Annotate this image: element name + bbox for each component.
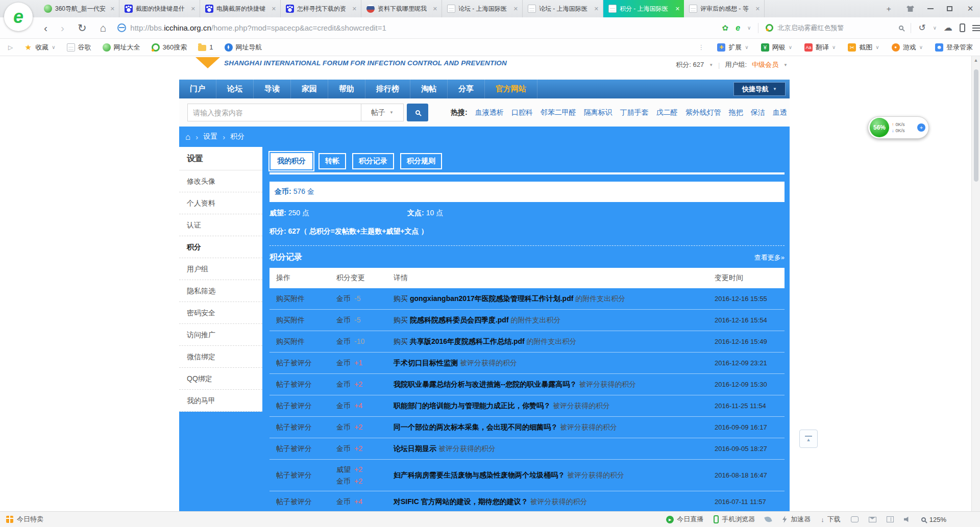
sidebar-item-QQ绑定[interactable]: QQ绑定 — [179, 368, 262, 390]
sidebar-item-修改头像[interactable]: 修改头像 — [179, 170, 262, 192]
mobile-sync-icon[interactable] — [960, 23, 965, 32]
url-text[interactable]: http://bbs.icchina.org.cn/home.php?mod=s… — [130, 23, 386, 32]
back-to-top-button[interactable]: ▲ — [799, 430, 818, 448]
cloud-sync-icon[interactable]: ☁ — [944, 22, 952, 33]
breadcrumb-item-credit[interactable]: 积分 — [230, 132, 244, 141]
bookmark-item[interactable]: 网址大全 — [103, 43, 140, 52]
sidebar-item-我的马甲[interactable]: 我的马甲 — [179, 390, 262, 412]
sidebar-item-积分[interactable]: 积分 — [179, 236, 262, 258]
bookmark-item[interactable]: ★收藏∨ — [24, 43, 55, 52]
sidebar-item-隐私筛选[interactable]: 隐私筛选 — [179, 280, 262, 302]
statusbar-mobile-button[interactable]: 手机浏览器 — [714, 515, 755, 524]
hot-search-link[interactable]: 保洁 — [751, 108, 765, 117]
statusbar-accel-button[interactable]: 加速器 — [781, 515, 811, 524]
browser-tab[interactable]: 资料下载哪里呢我✕ — [361, 0, 442, 17]
home-icon[interactable]: ⌂ — [100, 22, 107, 33]
search-icon[interactable] — [899, 26, 903, 30]
statusbar-leaf-icon[interactable] — [765, 516, 771, 522]
nav-item-官方网站[interactable]: 官方网站 — [485, 80, 537, 98]
tab-close-icon[interactable]: ✕ — [352, 6, 357, 12]
nav-item-论坛[interactable]: 论坛 — [216, 80, 254, 98]
scrollbar-thumb[interactable] — [974, 69, 978, 182]
statusbar-mail-icon[interactable] — [869, 517, 876, 522]
detail-title-link[interactable]: 我院职业暴露总结分析与改进措施--您院的职业暴露高吗？ — [394, 380, 577, 388]
detail-title-link[interactable]: 院感科院感科委员会四季度.pdf — [410, 316, 509, 324]
reader-mode-icon[interactable]: e — [736, 23, 740, 33]
detail-title-link[interactable]: 同一个部位的两次标本采集，会出现不同的细菌吗？ — [394, 423, 558, 431]
detail-title-link[interactable]: 妇产科病房需要生活废物与感染性废物两个垃圾桶吗？ — [394, 471, 565, 479]
detail-title-link[interactable]: 职能部门的培训能力与管理能力成正比，你赞吗？ — [394, 401, 551, 410]
sidebar-item-微信绑定[interactable]: 微信绑定 — [179, 346, 262, 368]
statusbar-panel-icon[interactable] — [887, 516, 894, 522]
tab-close-icon[interactable]: ✕ — [513, 6, 518, 12]
detail-title-link[interactable]: 共享版2016年度院感科工作总结.pdf — [410, 337, 525, 345]
tab-close-icon[interactable]: ✕ — [755, 6, 760, 12]
chevron-down-icon[interactable]: ∨ — [933, 25, 937, 31]
menu-icon[interactable] — [972, 25, 980, 26]
view-more-link[interactable]: 查看更多» — [754, 253, 785, 262]
search-button[interactable] — [407, 104, 428, 121]
breadcrumb-home-icon[interactable]: ⌂ — [185, 133, 190, 141]
add-widget-icon[interactable]: + — [917, 123, 925, 132]
nav-item-帮助[interactable]: 帮助 — [328, 80, 365, 98]
statusbar-speaker-icon[interactable] — [904, 516, 911, 522]
tab-close-icon[interactable]: ✕ — [110, 6, 115, 12]
zoom-control[interactable]: 125% — [921, 516, 946, 523]
hot-search-link[interactable]: 戊二醛 — [656, 108, 678, 117]
detail-title-link[interactable]: gongxiangban2017年医院感染管理科工作计划.pdf — [410, 294, 573, 303]
hot-search-link[interactable]: 邻苯二甲醛 — [541, 108, 576, 117]
browser-tab[interactable]: 论坛 - 上海国际医✕ — [442, 0, 523, 17]
browser-tab[interactable]: 怎样寻找下载的资✕ — [281, 0, 361, 17]
search-input[interactable] — [187, 104, 361, 121]
chevron-down-icon[interactable]: ∨ — [747, 25, 751, 31]
tab-积分规则[interactable]: 积分规则 — [400, 153, 442, 169]
speed-monitor-widget[interactable]: 56% ↑0K/s ↓0K/s + — [868, 116, 929, 139]
detail-title-link[interactable]: 对SIFIC 官方网站的建设，期待您的建议？ — [394, 497, 528, 506]
bookmark-item[interactable]: 谷歌 — [67, 43, 91, 52]
browser-tab[interactable]: 截图的快捷键是什✕ — [119, 0, 200, 17]
browser-tab[interactable]: 评审后的感想 - 等✕ — [684, 0, 765, 17]
forward-icon[interactable]: › — [61, 22, 64, 33]
bookmark-item[interactable]: 网址导航 — [225, 43, 262, 52]
browser-logo-icon[interactable]: e — [4, 3, 33, 31]
usergroup-value[interactable]: 中级会员 — [752, 60, 778, 69]
browser-tab[interactable]: 积分 - 上海国际医✕ — [603, 0, 684, 17]
hot-search-link[interactable]: 血透 — [773, 108, 787, 117]
browser-tab[interactable]: 电脑截屏的快捷键✕ — [200, 0, 281, 17]
browser-tab[interactable]: 360导航_新一代安✕ — [39, 0, 119, 17]
toolbar-item-screenshot[interactable]: 截图∨ — [848, 43, 879, 52]
tab-积分记录[interactable]: 积分记录 — [352, 153, 394, 169]
toolbar-item-login[interactable]: 登录管家 — [935, 43, 973, 52]
toolbar-item-game[interactable]: 游戏∨ — [892, 43, 923, 52]
tab-转帐[interactable]: 转帐 — [318, 153, 346, 169]
nav-item-淘帖[interactable]: 淘帖 — [410, 80, 448, 98]
quick-nav-button[interactable]: 快捷导航 ▼ — [733, 82, 786, 96]
tab-close-icon[interactable]: ✕ — [272, 6, 276, 12]
hot-search-link[interactable]: 紫外线灯管 — [685, 108, 721, 117]
nav-item-家园[interactable]: 家园 — [291, 80, 328, 98]
statusbar-live-button[interactable]: 今日直播 — [666, 515, 703, 524]
breadcrumb-item-settings[interactable]: 设置 — [203, 132, 217, 141]
hot-search-link[interactable]: 口腔科 — [511, 108, 533, 117]
refresh-icon[interactable]: ↻ — [78, 22, 87, 33]
sidebar-item-访问推广[interactable]: 访问推广 — [179, 324, 262, 346]
sidebar-item-个人资料[interactable]: 个人资料 — [179, 192, 262, 214]
hot-search-link[interactable]: 拖把 — [729, 108, 743, 117]
daily-deals-button[interactable]: 今日特卖 — [6, 515, 43, 524]
nav-item-排行榜[interactable]: 排行榜 — [365, 80, 410, 98]
nav-item-导读[interactable]: 导读 — [254, 80, 291, 98]
back-icon[interactable]: ‹ — [44, 22, 47, 33]
tab-close-icon[interactable]: ✕ — [675, 6, 680, 12]
tab-close-icon[interactable]: ✕ — [594, 6, 599, 12]
hot-search-link[interactable]: 隔离标识 — [584, 108, 612, 117]
tab-close-icon[interactable]: ✕ — [191, 6, 195, 12]
scroll-up-arrow-icon[interactable]: ▲ — [972, 58, 980, 63]
hot-search-link[interactable]: 血液透析 — [475, 108, 504, 117]
quick-search-text[interactable]: 北京启动雾霾红色预警 — [777, 23, 895, 33]
sidebar-item-用户组[interactable]: 用户组 — [179, 258, 262, 280]
statusbar-msg-icon[interactable] — [851, 516, 859, 522]
toolbar-item-translate[interactable]: 翻译∨ — [804, 43, 836, 52]
quick-search-box[interactable]: 北京启动雾霾红色预警 — [766, 23, 903, 33]
close-window-button[interactable]: ✕ — [966, 4, 975, 13]
overflow-dots-icon[interactable]: ⋮ — [698, 43, 705, 51]
